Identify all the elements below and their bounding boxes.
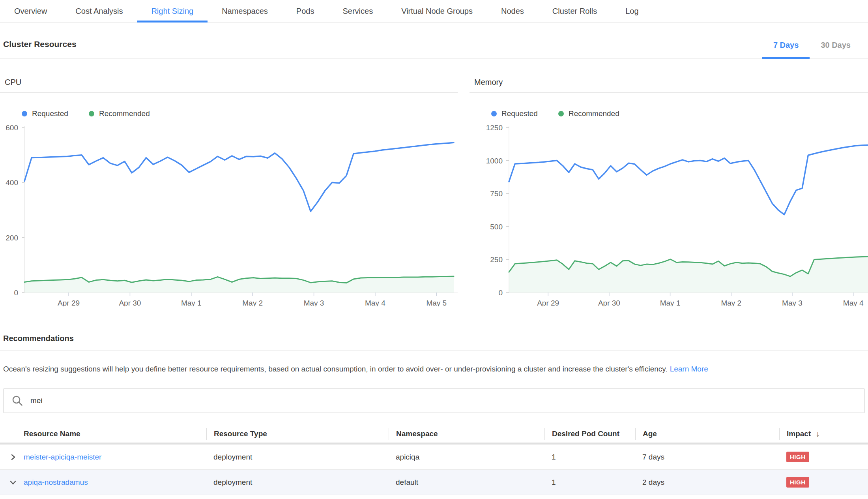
svg-text:400: 400: [6, 178, 18, 187]
cpu-chart: CPURequestedRecommended6004002000Apr 29A…: [0, 78, 458, 306]
column-header-namespace[interactable]: Namespace: [389, 428, 544, 440]
column-header-label: Impact: [787, 430, 811, 438]
column-header-label: Desired Pod Count: [552, 430, 619, 438]
learn-more-link[interactable]: Learn More: [670, 365, 708, 373]
column-header-resource-type[interactable]: Resource Type: [206, 428, 389, 440]
recommendations-title: Recommendations: [3, 334, 868, 343]
cell-impact: HIGH: [779, 477, 868, 488]
cluster-resources-header: Cluster Resources 7 Days30 Days: [0, 23, 868, 59]
svg-text:Apr 29: Apr 29: [58, 299, 80, 306]
legend-label: Recommended: [99, 109, 150, 118]
tab-log[interactable]: Log: [611, 0, 653, 22]
cpu-chart-title: CPU: [0, 78, 458, 93]
svg-text:Apr 29: Apr 29: [537, 299, 559, 306]
column-header-resource-name[interactable]: Resource Name: [0, 428, 206, 440]
tab-namespaces[interactable]: Namespaces: [208, 0, 282, 22]
impact-badge: HIGH: [786, 477, 809, 488]
chevron-down-icon[interactable]: [9, 478, 17, 487]
requested-dot-icon: [22, 111, 27, 116]
requested-line: [24, 143, 454, 211]
column-header-age[interactable]: Age: [635, 428, 779, 440]
x-axis-labels: Apr 29Apr 30May 1May 2May 3May 4: [537, 293, 864, 306]
column-header-label: Resource Type: [214, 430, 267, 438]
y-axis-labels: 6004002000: [6, 124, 24, 297]
top-tab-bar: OverviewCost AnalysisRight SizingNamespa…: [0, 0, 868, 23]
cell-age: 2 days: [635, 478, 779, 487]
column-header-label: Age: [643, 430, 657, 438]
search-icon: [11, 395, 23, 407]
requested-dot-icon: [491, 111, 497, 116]
cpu-chart-legend: RequestedRecommended: [22, 109, 458, 118]
table-row-meister-apiciqa-meister[interactable]: meister-apiciqa-meisterdeploymentapiciqa…: [0, 445, 868, 470]
svg-text:0: 0: [14, 289, 18, 297]
tab-right-sizing[interactable]: Right Sizing: [137, 0, 208, 22]
svg-text:600: 600: [6, 124, 18, 132]
recommended-dot-icon: [89, 111, 94, 116]
time-range-30-days[interactable]: 30 Days: [810, 23, 862, 58]
memory-chart-title: Memory: [470, 78, 868, 93]
charts-row: CPURequestedRecommended6004002000Apr 29A…: [0, 78, 868, 306]
x-axis-labels: Apr 29Apr 30May 1May 2May 3May 4May 5: [58, 293, 447, 306]
cell-impact: HIGH: [779, 452, 868, 462]
memory-chart-legend: RequestedRecommended: [491, 109, 868, 118]
tab-services[interactable]: Services: [328, 0, 387, 22]
requested-line: [509, 145, 868, 215]
search-box: [3, 388, 865, 413]
legend-label: Requested: [501, 109, 538, 118]
svg-text:May 1: May 1: [660, 299, 681, 306]
tab-cluster-rolls[interactable]: Cluster Rolls: [538, 0, 611, 22]
svg-text:May 5: May 5: [426, 299, 447, 306]
table-row-apiqa-nostradamus[interactable]: apiqa-nostradamusdeploymentdefault12 day…: [0, 470, 868, 495]
recommendations-description-text: Ocean's resizing suggestions will help y…: [3, 365, 668, 373]
legend-item-recommended: Recommended: [558, 109, 619, 118]
svg-text:250: 250: [490, 255, 503, 264]
sort-descending-icon[interactable]: ↓: [816, 429, 820, 439]
table-header-row: Resource NameResource TypeNamespaceDesir…: [0, 425, 868, 445]
svg-text:500: 500: [490, 223, 503, 231]
cell-desired-pod-count: 1: [544, 478, 635, 487]
svg-text:May 4: May 4: [843, 299, 864, 306]
chevron-right-icon[interactable]: [9, 453, 17, 461]
svg-text:750: 750: [490, 189, 503, 198]
recommendations-header: Recommendations: [0, 334, 868, 351]
time-range-toggle: 7 Days30 Days: [762, 23, 862, 58]
tab-virtual-node-groups[interactable]: Virtual Node Groups: [387, 0, 487, 22]
search-input[interactable]: [30, 396, 857, 405]
cell-age: 7 days: [635, 453, 779, 461]
cell-resource-type: deployment: [206, 453, 389, 461]
column-header-label: Namespace: [396, 430, 438, 438]
resource-name-link[interactable]: meister-apiciqa-meister: [24, 453, 101, 461]
cell-namespace: apiciqa: [389, 453, 544, 461]
legend-item-recommended: Recommended: [89, 109, 150, 118]
legend-label: Requested: [32, 109, 68, 118]
cpu-chart-canvas: 6004002000Apr 29Apr 30May 1May 2May 3May…: [0, 123, 458, 306]
svg-text:May 2: May 2: [721, 299, 741, 306]
svg-text:0: 0: [498, 289, 503, 297]
cell-namespace: default: [389, 478, 544, 487]
tab-pods[interactable]: Pods: [282, 0, 329, 22]
tab-nodes[interactable]: Nodes: [487, 0, 538, 22]
svg-text:Apr 30: Apr 30: [119, 299, 141, 306]
memory-chart-canvas: 125010007505002500Apr 29Apr 30May 1May 2…: [470, 123, 868, 306]
svg-text:May 4: May 4: [365, 299, 385, 306]
legend-item-requested: Requested: [491, 109, 538, 118]
time-range-7-days[interactable]: 7 Days: [762, 23, 810, 58]
right-sizing-page: OverviewCost AnalysisRight SizingNamespa…: [0, 0, 868, 499]
legend-label: Recommended: [569, 109, 619, 118]
tab-cost-analysis[interactable]: Cost Analysis: [61, 0, 137, 22]
legend-item-requested: Requested: [22, 109, 68, 118]
tab-overview[interactable]: Overview: [0, 0, 61, 22]
cell-desired-pod-count: 1: [544, 453, 635, 461]
column-header-impact[interactable]: Impact↓: [779, 428, 868, 440]
column-header-desired-pod-count[interactable]: Desired Pod Count: [544, 428, 635, 440]
cluster-resources-title: Cluster Resources: [0, 39, 77, 58]
column-header-label: Resource Name: [24, 430, 80, 438]
impact-badge: HIGH: [786, 452, 809, 462]
svg-text:May 2: May 2: [242, 299, 263, 306]
cell-resource-name: meister-apiciqa-meister: [0, 453, 206, 461]
resource-name-link[interactable]: apiqa-nostradamus: [24, 478, 88, 487]
cell-resource-name: apiqa-nostradamus: [0, 478, 206, 487]
recommended-area: [24, 276, 454, 293]
svg-text:200: 200: [6, 234, 18, 242]
svg-text:May 3: May 3: [782, 299, 803, 306]
